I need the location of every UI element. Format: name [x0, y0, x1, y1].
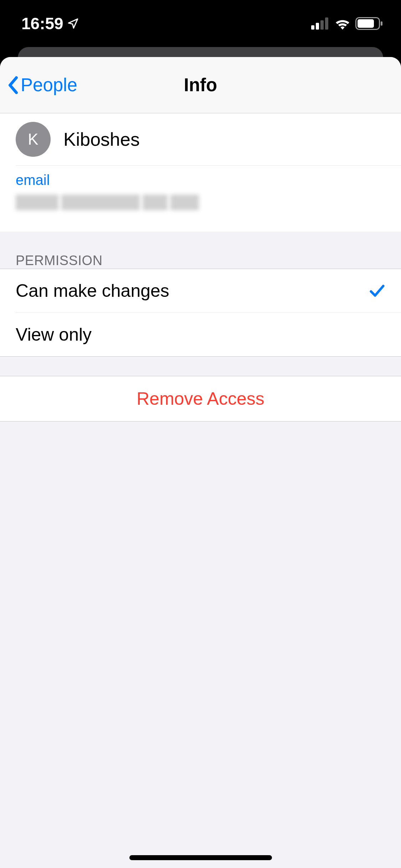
cellular-icon — [311, 17, 330, 30]
email-label: email — [16, 172, 385, 188]
permission-can-make-changes[interactable]: Can make changes — [0, 269, 401, 312]
page-title: Info — [184, 74, 217, 95]
location-icon — [67, 17, 79, 30]
checkmark-icon — [369, 283, 385, 298]
permission-label: View only — [16, 324, 92, 345]
contact-name: Kiboshes — [63, 129, 140, 150]
modal-sheet: People Info K Kiboshes email PERMISSION — [0, 57, 401, 868]
home-indicator[interactable] — [129, 855, 272, 860]
svg-rect-5 — [358, 19, 374, 28]
status-bar: 16:59 — [0, 0, 401, 47]
permission-label: Can make changes — [16, 280, 169, 301]
navigation-bar: People Info — [0, 57, 401, 113]
svg-rect-1 — [316, 23, 319, 30]
svg-rect-6 — [381, 21, 382, 26]
avatar: K — [16, 122, 51, 157]
permission-list: Can make changes View only — [0, 269, 401, 357]
svg-rect-0 — [311, 25, 314, 30]
section-spacer — [0, 357, 401, 376]
back-button[interactable]: People — [8, 74, 77, 95]
wifi-icon — [334, 17, 351, 30]
svg-rect-2 — [320, 20, 324, 30]
email-value — [16, 195, 385, 210]
back-label: People — [21, 74, 77, 95]
svg-rect-3 — [325, 17, 328, 30]
status-time: 16:59 — [21, 14, 63, 33]
contact-row[interactable]: K Kiboshes — [0, 113, 401, 165]
contact-section: K Kiboshes email — [0, 113, 401, 232]
email-row[interactable]: email — [16, 165, 401, 232]
remove-access-button[interactable]: Remove Access — [0, 376, 401, 422]
section-spacer: PERMISSION — [0, 232, 401, 269]
permission-view-only[interactable]: View only — [16, 312, 401, 356]
chevron-left-icon — [8, 76, 18, 94]
battery-icon — [355, 17, 383, 30]
